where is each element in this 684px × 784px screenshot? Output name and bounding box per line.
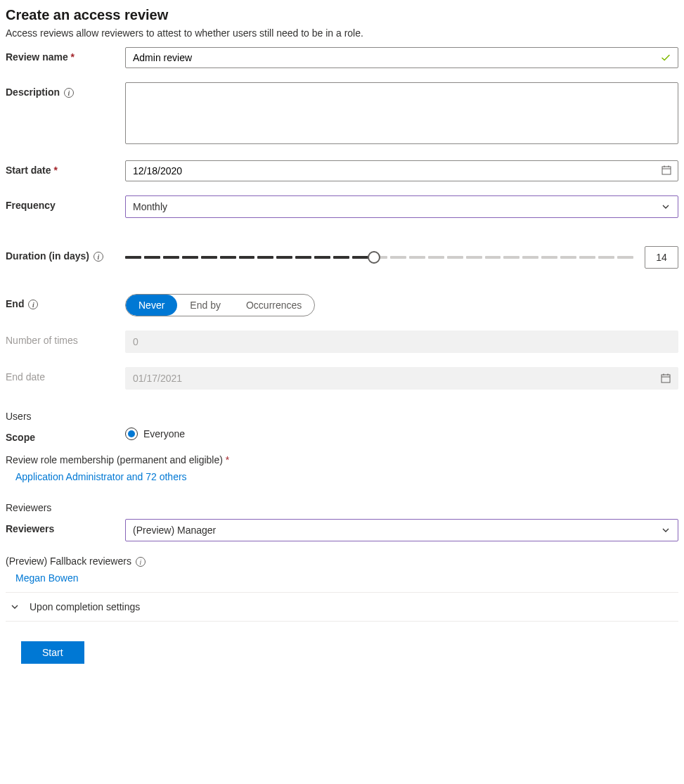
end-date-label: End date: [6, 367, 125, 383]
start-date-label: Start date *: [6, 160, 125, 176]
users-section: Users: [6, 411, 678, 422]
start-date-input[interactable]: [125, 160, 678, 181]
review-name-label: Review name *: [6, 47, 125, 63]
info-icon[interactable]: [136, 557, 146, 567]
info-icon[interactable]: [64, 88, 74, 98]
end-option-occurrences[interactable]: Occurrences: [233, 295, 314, 316]
info-icon[interactable]: [93, 252, 103, 262]
page-subtitle: Access reviews allow reviewers to attest…: [6, 27, 678, 39]
role-membership-label: Review role membership (permanent and el…: [6, 454, 678, 465]
end-option-endby[interactable]: End by: [177, 295, 233, 316]
end-option-never[interactable]: Never: [126, 295, 177, 316]
upon-completion-accordion[interactable]: Upon completion settings: [6, 592, 678, 622]
end-option-group: Never End by Occurrences: [125, 294, 315, 316]
accordion-label: Upon completion settings: [30, 601, 140, 612]
reviewers-select[interactable]: (Preview) Manager: [125, 519, 678, 541]
duration-value[interactable]: 14: [645, 246, 678, 269]
chevron-down-icon: [661, 525, 671, 535]
number-of-times-label: Number of times: [6, 330, 125, 346]
number-of-times-input: 0: [125, 330, 678, 353]
slider-thumb[interactable]: [368, 251, 380, 264]
start-button[interactable]: Start: [21, 641, 84, 664]
role-membership-link[interactable]: Application Administrator and 72 others: [6, 471, 678, 482]
reviewers-section: Reviewers: [6, 502, 678, 513]
chevron-down-icon: [661, 202, 671, 212]
duration-slider[interactable]: [125, 250, 633, 264]
end-date-input: 01/17/2021: [125, 367, 678, 390]
reviewers-label: Reviewers: [6, 519, 125, 534]
fallback-reviewers-label: (Preview) Fallback reviewers: [6, 555, 678, 567]
chevron-down-icon: [10, 602, 20, 612]
fallback-reviewer-link[interactable]: Megan Bowen: [6, 572, 678, 584]
svg-rect-4: [662, 375, 670, 383]
scope-value: Everyone: [143, 428, 185, 439]
info-icon[interactable]: [28, 300, 38, 309]
scope-label: Scope: [6, 428, 125, 443]
frequency-label: Frequency: [6, 195, 125, 211]
scope-radio-everyone[interactable]: [125, 428, 138, 440]
calendar-icon: [661, 373, 671, 383]
review-name-input[interactable]: [125, 47, 678, 68]
end-label: End: [6, 294, 125, 309]
duration-label: Duration (in days): [6, 246, 125, 262]
page-title: Create an access review: [6, 7, 678, 23]
description-label: Description: [6, 82, 125, 98]
frequency-select[interactable]: Monthly: [125, 195, 678, 218]
description-input[interactable]: [125, 82, 678, 144]
